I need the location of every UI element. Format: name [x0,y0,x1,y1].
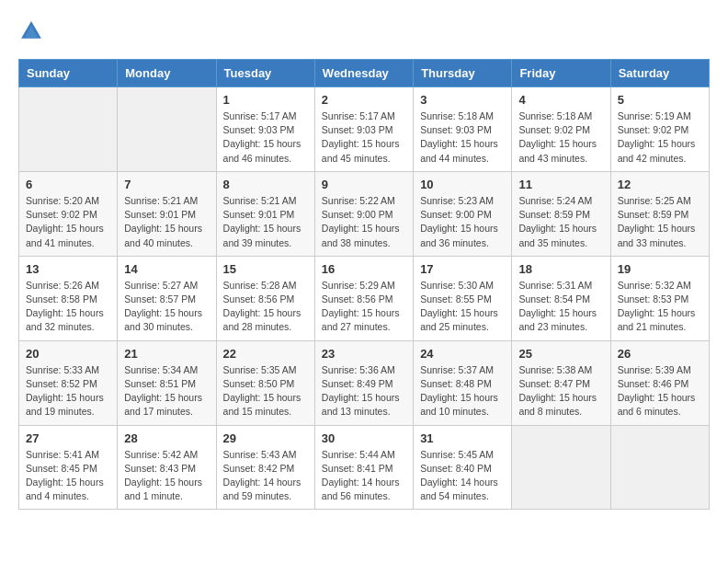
day-info: Sunrise: 5:41 AM Sunset: 8:45 PM Dayligh… [26,448,110,504]
calendar-cell: 27Sunrise: 5:41 AM Sunset: 8:45 PM Dayli… [19,425,118,510]
day-info: Sunrise: 5:22 AM Sunset: 9:00 PM Dayligh… [322,194,406,250]
calendar-cell: 4Sunrise: 5:18 AM Sunset: 9:02 PM Daylig… [512,87,610,172]
day-info: Sunrise: 5:17 AM Sunset: 9:03 PM Dayligh… [322,109,406,166]
weekday-header-tuesday: Tuesday [216,60,314,87]
calendar-cell: 29Sunrise: 5:43 AM Sunset: 8:42 PM Dayli… [216,425,314,510]
day-info: Sunrise: 5:43 AM Sunset: 8:42 PM Dayligh… [223,448,308,504]
calendar-cell: 20Sunrise: 5:33 AM Sunset: 8:52 PM Dayli… [19,340,118,425]
day-number: 27 [26,431,110,445]
day-number: 14 [124,262,209,276]
day-info: Sunrise: 5:42 AM Sunset: 8:43 PM Dayligh… [124,448,209,504]
day-number: 18 [518,262,603,276]
calendar-cell [512,425,610,510]
day-info: Sunrise: 5:32 AM Sunset: 8:53 PM Dayligh… [618,279,702,335]
calendar-cell: 14Sunrise: 5:27 AM Sunset: 8:57 PM Dayli… [118,256,216,340]
day-info: Sunrise: 5:30 AM Sunset: 8:55 PM Dayligh… [420,279,505,335]
calendar-week-1: 1Sunrise: 5:17 AM Sunset: 9:03 PM Daylig… [19,87,710,172]
day-info: Sunrise: 5:17 AM Sunset: 9:03 PM Dayligh… [223,109,308,166]
calendar-cell: 21Sunrise: 5:34 AM Sunset: 8:51 PM Dayli… [118,340,216,425]
calendar-cell [610,425,709,510]
day-info: Sunrise: 5:25 AM Sunset: 8:59 PM Dayligh… [618,194,702,250]
calendar-cell: 2Sunrise: 5:17 AM Sunset: 9:03 PM Daylig… [314,87,413,172]
calendar-cell: 3Sunrise: 5:18 AM Sunset: 9:03 PM Daylig… [414,87,512,172]
day-number: 28 [124,431,209,445]
day-number: 3 [420,93,505,107]
weekday-header-wednesday: Wednesday [314,60,413,87]
weekday-header-friday: Friday [512,60,610,87]
day-info: Sunrise: 5:45 AM Sunset: 8:40 PM Dayligh… [420,448,505,504]
day-info: Sunrise: 5:19 AM Sunset: 9:02 PM Dayligh… [618,109,702,166]
calendar-cell [19,87,118,172]
day-number: 24 [420,347,505,361]
day-info: Sunrise: 5:23 AM Sunset: 9:00 PM Dayligh… [420,194,505,250]
day-number: 6 [26,178,110,191]
calendar-cell: 25Sunrise: 5:38 AM Sunset: 8:47 PM Dayli… [512,340,610,425]
calendar-cell: 8Sunrise: 5:21 AM Sunset: 9:01 PM Daylig… [216,171,314,256]
calendar-week-4: 20Sunrise: 5:33 AM Sunset: 8:52 PM Dayli… [19,340,710,425]
calendar-cell: 19Sunrise: 5:32 AM Sunset: 8:53 PM Dayli… [610,256,709,340]
day-info: Sunrise: 5:38 AM Sunset: 8:47 PM Dayligh… [518,363,603,419]
calendar-cell: 1Sunrise: 5:17 AM Sunset: 9:03 PM Daylig… [216,87,314,172]
calendar-cell: 31Sunrise: 5:45 AM Sunset: 8:40 PM Dayli… [414,425,512,510]
day-info: Sunrise: 5:24 AM Sunset: 8:59 PM Dayligh… [518,194,603,250]
calendar-cell: 30Sunrise: 5:44 AM Sunset: 8:41 PM Dayli… [314,425,413,510]
calendar-cell: 22Sunrise: 5:35 AM Sunset: 8:50 PM Dayli… [216,340,314,425]
calendar-cell: 18Sunrise: 5:31 AM Sunset: 8:54 PM Dayli… [512,256,610,340]
calendar-cell: 15Sunrise: 5:28 AM Sunset: 8:56 PM Dayli… [216,256,314,340]
calendar-body: 1Sunrise: 5:17 AM Sunset: 9:03 PM Daylig… [19,87,710,510]
day-number: 31 [420,431,505,445]
day-number: 10 [420,178,505,191]
day-info: Sunrise: 5:21 AM Sunset: 9:01 PM Dayligh… [223,194,308,250]
day-number: 7 [124,178,209,191]
weekday-header-thursday: Thursday [414,60,512,87]
day-number: 20 [26,347,110,361]
calendar-cell: 6Sunrise: 5:20 AM Sunset: 9:02 PM Daylig… [19,171,118,256]
calendar-table: SundayMondayTuesdayWednesdayThursdayFrid… [18,59,710,510]
day-info: Sunrise: 5:35 AM Sunset: 8:50 PM Dayligh… [223,363,308,419]
day-number: 30 [322,431,406,445]
day-number: 12 [618,178,702,191]
day-number: 22 [223,347,308,361]
day-number: 11 [518,178,603,191]
page-header [18,18,710,44]
day-info: Sunrise: 5:26 AM Sunset: 8:58 PM Dayligh… [26,279,110,335]
calendar-cell: 9Sunrise: 5:22 AM Sunset: 9:00 PM Daylig… [314,171,413,256]
day-number: 21 [124,347,209,361]
weekday-header-saturday: Saturday [610,60,709,87]
day-info: Sunrise: 5:18 AM Sunset: 9:03 PM Dayligh… [420,109,505,166]
day-info: Sunrise: 5:34 AM Sunset: 8:51 PM Dayligh… [124,363,209,419]
day-number: 23 [322,347,406,361]
calendar-cell: 7Sunrise: 5:21 AM Sunset: 9:01 PM Daylig… [118,171,216,256]
calendar-cell: 11Sunrise: 5:24 AM Sunset: 8:59 PM Dayli… [512,171,610,256]
day-info: Sunrise: 5:33 AM Sunset: 8:52 PM Dayligh… [26,363,110,419]
day-number: 19 [618,262,702,276]
calendar-cell: 17Sunrise: 5:30 AM Sunset: 8:55 PM Dayli… [414,256,512,340]
day-number: 9 [322,178,406,191]
day-info: Sunrise: 5:39 AM Sunset: 8:46 PM Dayligh… [618,363,702,419]
day-number: 16 [322,262,406,276]
day-number: 26 [618,347,702,361]
day-info: Sunrise: 5:28 AM Sunset: 8:56 PM Dayligh… [223,279,308,335]
calendar-cell: 24Sunrise: 5:37 AM Sunset: 8:48 PM Dayli… [414,340,512,425]
weekday-header-row: SundayMondayTuesdayWednesdayThursdayFrid… [19,60,710,87]
calendar-cell: 10Sunrise: 5:23 AM Sunset: 9:00 PM Dayli… [414,171,512,256]
day-info: Sunrise: 5:21 AM Sunset: 9:01 PM Dayligh… [124,194,209,250]
calendar-week-3: 13Sunrise: 5:26 AM Sunset: 8:58 PM Dayli… [19,256,710,340]
weekday-header-sunday: Sunday [19,60,118,87]
day-number: 13 [26,262,110,276]
day-number: 5 [618,93,702,107]
day-number: 1 [223,93,308,107]
calendar-week-5: 27Sunrise: 5:41 AM Sunset: 8:45 PM Dayli… [19,425,710,510]
logo-icon [18,18,44,44]
day-info: Sunrise: 5:37 AM Sunset: 8:48 PM Dayligh… [420,363,505,419]
day-info: Sunrise: 5:36 AM Sunset: 8:49 PM Dayligh… [322,363,406,419]
calendar-cell [118,87,216,172]
day-number: 4 [518,93,603,107]
logo [18,18,48,44]
calendar-cell: 12Sunrise: 5:25 AM Sunset: 8:59 PM Dayli… [610,171,709,256]
calendar-cell: 26Sunrise: 5:39 AM Sunset: 8:46 PM Dayli… [610,340,709,425]
day-number: 25 [518,347,603,361]
day-number: 15 [223,262,308,276]
weekday-header-monday: Monday [118,60,216,87]
calendar-cell: 5Sunrise: 5:19 AM Sunset: 9:02 PM Daylig… [610,87,709,172]
